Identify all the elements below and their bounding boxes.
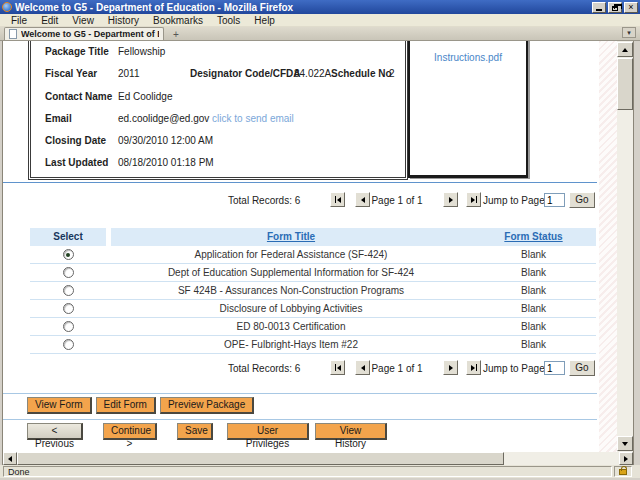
designator-code-value: 84.022A: [294, 68, 331, 79]
form-status-cell: Blank: [471, 285, 596, 296]
scroll-up-button[interactable]: [617, 42, 633, 57]
menu-help[interactable]: Help: [247, 14, 282, 27]
tab-welcome-g5[interactable]: Welcome to G5 - Department of Edu...: [4, 27, 164, 40]
horizontal-scrollbar[interactable]: [3, 452, 633, 465]
first-page-icon: [337, 197, 341, 203]
window-frame-right: [633, 41, 640, 478]
page-indicator: Page 1 of 1: [366, 195, 428, 206]
go-button[interactable]: Go: [569, 192, 595, 208]
continue-button[interactable]: Continue >: [103, 423, 157, 440]
first-page-button[interactable]: [330, 360, 345, 375]
table-row: Dept of Education Supplemental Informati…: [30, 264, 596, 282]
total-records-label: Total Records: 6: [228, 363, 300, 374]
scroll-right-button[interactable]: [619, 452, 633, 465]
last-updated-label: Last Updated: [45, 157, 108, 168]
forms-table-header: Select Form Title Form Status: [30, 228, 596, 246]
minimize-icon: [596, 9, 602, 11]
menu-tools[interactable]: Tools: [210, 14, 247, 27]
restore-button[interactable]: [608, 2, 622, 13]
last-page-button[interactable]: [466, 360, 481, 375]
form-actions-row: View Form Edit Form Preview Package: [27, 397, 254, 414]
preview-package-button[interactable]: Preview Package: [160, 397, 254, 414]
send-email-link[interactable]: click to send email: [212, 113, 294, 124]
pagination-bottom: Total Records: 6 Page 1 of 1 Jump to Pag…: [3, 358, 599, 382]
total-records-label: Total Records: 6: [228, 195, 300, 206]
form-status-cell: Blank: [471, 303, 596, 314]
jump-to-page-input[interactable]: [544, 193, 565, 207]
list-all-tabs-button[interactable]: ▾: [622, 27, 636, 38]
pagination-top: Total Records: 6 Page 1 of 1 Jump to Pag…: [3, 190, 599, 214]
menu-file[interactable]: File: [4, 14, 34, 27]
form-title-column-header[interactable]: Form Title: [267, 231, 315, 242]
horizontal-scroll-thumb[interactable]: [17, 452, 504, 465]
go-button[interactable]: Go: [569, 360, 595, 376]
user-privileges-button[interactable]: User Privileges: [227, 423, 309, 440]
edit-form-button[interactable]: Edit Form: [96, 397, 156, 414]
prev-page-icon: [361, 197, 365, 203]
minimize-button[interactable]: [592, 2, 606, 13]
instructions-pdf-link[interactable]: Instructions.pdf: [434, 52, 502, 63]
jump-to-page-label: Jump to Page: [483, 195, 545, 206]
close-button[interactable]: ×: [624, 2, 638, 13]
fiscal-year-label: Fiscal Year: [45, 68, 97, 79]
package-details-box: Package Title Fellowship Fiscal Year 201…: [30, 41, 406, 178]
form-title-cell: SF 424B - Assurances Non-Construction Pr…: [111, 285, 471, 296]
designator-code-label: Designator Code/CFDA: [190, 68, 301, 79]
form-title-cell: Dept of Education Supplemental Informati…: [111, 267, 471, 278]
contact-name-label: Contact Name: [45, 91, 112, 102]
attachments-box: Instructions.pdf: [408, 41, 528, 178]
menu-bar: FileEditViewHistoryBookmarksToolsHelp: [0, 14, 640, 27]
save-button[interactable]: Save: [177, 423, 213, 440]
form-status-cell: Blank: [471, 249, 596, 260]
closing-date-value: 09/30/2010 12:00 AM: [118, 135, 213, 146]
next-page-icon: [449, 197, 453, 203]
scroll-up-icon: [622, 48, 628, 52]
scroll-down-button[interactable]: [617, 436, 633, 451]
form-select-radio[interactable]: [63, 249, 74, 260]
window-title: Welcome to G5 - Department of Education …: [15, 2, 590, 13]
form-select-radio[interactable]: [63, 339, 74, 350]
vertical-scrollbar[interactable]: [617, 41, 633, 452]
contact-name-value: Ed Coolidge: [118, 91, 172, 102]
scroll-left-button[interactable]: [3, 452, 17, 465]
section-divider: [3, 182, 597, 183]
view-history-button[interactable]: View History: [315, 423, 387, 440]
page-indicator: Page 1 of 1: [366, 363, 428, 374]
new-tab-button[interactable]: +: [166, 28, 186, 40]
button-divider: [3, 393, 597, 394]
firefox-icon: [2, 2, 12, 12]
menu-bookmarks[interactable]: Bookmarks: [146, 14, 210, 27]
form-select-radio[interactable]: [63, 303, 74, 314]
menu-history[interactable]: History: [101, 14, 146, 27]
next-page-button[interactable]: [443, 192, 458, 207]
form-title-cell: OPE- Fulbright-Hays Item #22: [111, 339, 471, 350]
menu-edit[interactable]: Edit: [34, 14, 65, 27]
last-page-button[interactable]: [466, 192, 481, 207]
next-page-button[interactable]: [443, 360, 458, 375]
package-title-label: Package Title: [45, 46, 109, 57]
vertical-scroll-thumb[interactable]: [617, 58, 633, 110]
form-status-column-header[interactable]: Form Status: [504, 231, 562, 242]
email-value: ed.coolidge@ed.gov: [118, 113, 209, 124]
view-form-button[interactable]: View Form: [27, 397, 92, 414]
menu-view[interactable]: View: [65, 14, 101, 27]
previous-button[interactable]: < Previous: [27, 423, 83, 440]
scroll-right-icon: [624, 456, 628, 462]
tab-bar: Welcome to G5 - Department of Edu... + ▾: [0, 27, 640, 41]
table-row: OPE- Fulbright-Hays Item #22Blank: [30, 336, 596, 354]
form-select-radio[interactable]: [63, 321, 74, 332]
jump-to-page-input[interactable]: [544, 361, 565, 375]
form-select-radio[interactable]: [63, 285, 74, 296]
form-select-radio[interactable]: [63, 267, 74, 278]
fiscal-year-value: 2011: [118, 68, 140, 79]
ssl-lock-cell[interactable]: [614, 466, 632, 477]
next-page-icon: [449, 365, 453, 371]
last-updated-value: 08/18/2010 01:18 PM: [118, 157, 214, 168]
scroll-down-icon: [622, 442, 628, 446]
form-title-cell: ED 80-0013 Certification: [111, 321, 471, 332]
table-row: Disclosure of Lobbying ActivitiesBlank: [30, 300, 596, 318]
first-page-button[interactable]: [330, 192, 345, 207]
forms-table-body: Application for Federal Assistance (SF-4…: [30, 246, 596, 354]
form-status-cell: Blank: [471, 267, 596, 278]
select-column-header: Select: [30, 228, 106, 246]
